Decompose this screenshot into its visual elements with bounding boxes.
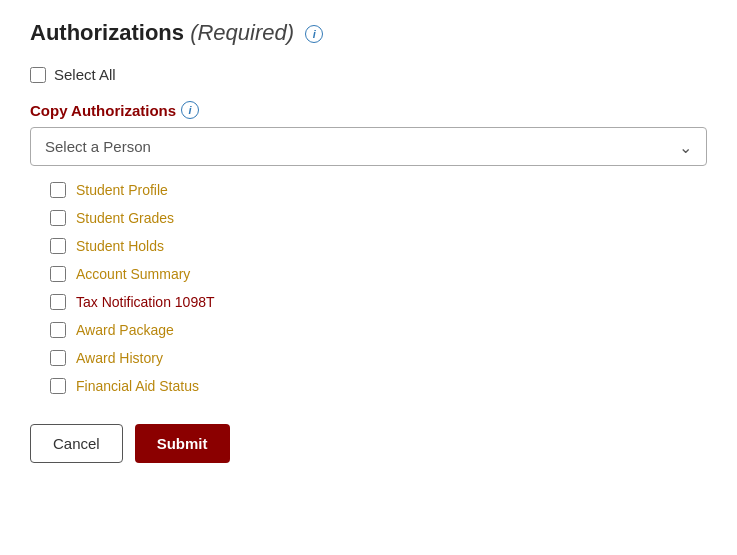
select-all-row: Select All: [30, 66, 707, 83]
cancel-button[interactable]: Cancel: [30, 424, 123, 463]
financial-aid-status-label[interactable]: Financial Aid Status: [76, 378, 199, 394]
page-title: Authorizations (Required) i: [30, 20, 707, 46]
list-item: Student Profile: [50, 182, 707, 198]
copy-auth-label: Copy Authorizations i: [30, 101, 707, 119]
list-item: Student Grades: [50, 210, 707, 226]
financial-aid-status-checkbox[interactable]: [50, 378, 66, 394]
list-item: Award History: [50, 350, 707, 366]
student-grades-label[interactable]: Student Grades: [76, 210, 174, 226]
student-holds-checkbox[interactable]: [50, 238, 66, 254]
page-container: Authorizations (Required) i Select All C…: [30, 20, 707, 463]
award-history-label[interactable]: Award History: [76, 350, 163, 366]
list-item: Award Package: [50, 322, 707, 338]
account-summary-label[interactable]: Account Summary: [76, 266, 190, 282]
buttons-row: Cancel Submit: [30, 424, 707, 463]
list-item: Financial Aid Status: [50, 378, 707, 394]
select-person-dropdown[interactable]: Select a Person: [31, 128, 706, 165]
list-item: Tax Notification 1098T: [50, 294, 707, 310]
tax-notification-label[interactable]: Tax Notification 1098T: [76, 294, 215, 310]
list-item: Account Summary: [50, 266, 707, 282]
title-info-icon[interactable]: i: [305, 25, 323, 43]
copy-auth-section: Copy Authorizations i Select a Person ⌄: [30, 101, 707, 166]
select-all-checkbox[interactable]: [30, 67, 46, 83]
tax-notification-checkbox[interactable]: [50, 294, 66, 310]
account-summary-checkbox[interactable]: [50, 266, 66, 282]
student-grades-checkbox[interactable]: [50, 210, 66, 226]
award-package-label[interactable]: Award Package: [76, 322, 174, 338]
submit-button[interactable]: Submit: [135, 424, 230, 463]
checkboxes-list: Student Profile Student Grades Student H…: [50, 182, 707, 394]
select-all-label[interactable]: Select All: [54, 66, 116, 83]
select-person-wrapper: Select a Person ⌄: [30, 127, 707, 166]
copy-auth-info-icon[interactable]: i: [181, 101, 199, 119]
student-profile-label[interactable]: Student Profile: [76, 182, 168, 198]
award-package-checkbox[interactable]: [50, 322, 66, 338]
award-history-checkbox[interactable]: [50, 350, 66, 366]
student-profile-checkbox[interactable]: [50, 182, 66, 198]
list-item: Student Holds: [50, 238, 707, 254]
student-holds-label[interactable]: Student Holds: [76, 238, 164, 254]
